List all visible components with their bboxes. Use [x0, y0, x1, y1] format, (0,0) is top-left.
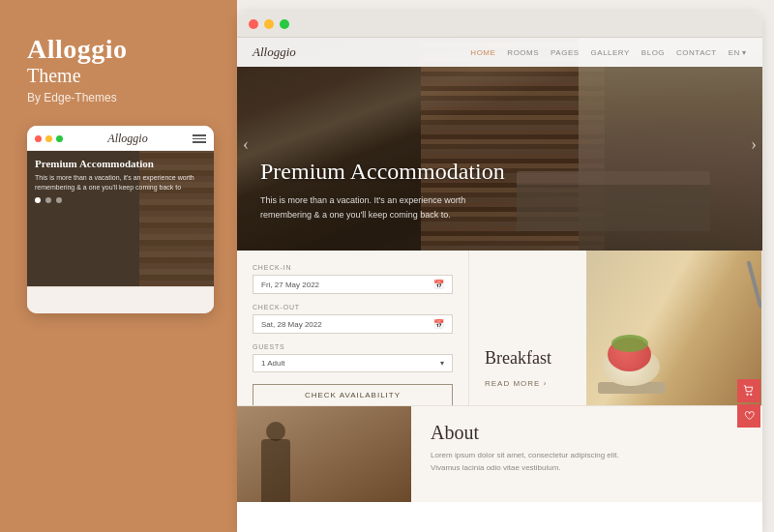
checkin-input[interactable]: Fri, 27 May 2022 📅 [253, 275, 453, 294]
floating-cart-button[interactable] [737, 379, 760, 402]
site-navigation: Alloggio HOME ROOMS PAGES GALLERY BLOG C… [237, 38, 762, 67]
chevron-down-icon: ▾ [440, 359, 444, 368]
svg-point-0 [746, 394, 748, 396]
nav-lang[interactable]: EN ▾ [729, 48, 747, 57]
checkin-label: CHECK-IN [253, 264, 453, 271]
mobile-hero-section: Premium Accommodation This is more than … [27, 151, 214, 286]
browser-toolbar [237, 12, 762, 38]
guests-label: GUESTS [253, 343, 453, 350]
breakfast-title: Breakfast [485, 348, 746, 369]
booking-feature-row: CHECK-IN Fri, 27 May 2022 📅 CHECK-OUT Sa… [237, 251, 762, 405]
hero-description: This is more than a vacation. It's an ex… [260, 193, 473, 222]
checkout-value: Sat, 28 May 2022 [261, 320, 322, 329]
about-section: About Lorem ipsum dolor sit amet, consec… [411, 406, 762, 502]
mobile-header: Alloggio [27, 126, 214, 151]
site-logo: Alloggio [253, 44, 296, 60]
mobile-hero-desc: This is more than a vacation, it's an ex… [35, 173, 206, 192]
mobile-mockup: Alloggio Premium Accommodation This is m… [27, 126, 214, 313]
mobile-dot-red [35, 135, 42, 142]
check-availability-button[interactable]: CHECK AVAILABILITY [253, 384, 453, 406]
calendar-icon: 📅 [433, 280, 444, 289]
floating-buttons-container [737, 379, 760, 428]
checkout-row: CHECK-OUT Sat, 28 May 2022 📅 [253, 304, 453, 334]
browser-dot-yellow[interactable] [264, 19, 274, 29]
site-hero-section: Alloggio HOME ROOMS PAGES GALLERY BLOG C… [237, 38, 762, 251]
mobile-hero-text: Premium Accommodation This is more than … [27, 151, 214, 209]
nav-contact[interactable]: CONTACT [676, 48, 717, 57]
mobile-window-controls [35, 135, 63, 142]
mobile-bottom-strip [27, 286, 214, 313]
bottom-image-block [237, 406, 411, 502]
theme-title-block: Alloggio Theme By Edge-Themes [27, 35, 214, 126]
nav-gallery[interactable]: GALLERY [591, 48, 630, 57]
nav-home[interactable]: HOME [470, 48, 495, 57]
checkout-label: CHECK-OUT [253, 304, 453, 310]
site-bottom-row: About Lorem ipsum dolor sit amet, consec… [237, 405, 762, 502]
theme-name-bold: Alloggio [27, 35, 214, 65]
mobile-slide-dots [35, 197, 206, 203]
mobile-hero-title: Premium Accommodation [35, 157, 206, 170]
booking-form: CHECK-IN Fri, 27 May 2022 📅 CHECK-OUT Sa… [237, 251, 469, 405]
svg-point-1 [750, 394, 752, 396]
breakfast-feature-card: Breakfast READ MORE [469, 251, 762, 405]
theme-name-light: Theme [27, 65, 214, 87]
hero-title: Premium Accommodation [260, 158, 505, 186]
nav-pages[interactable]: PAGES [551, 48, 579, 57]
hero-text-block: Premium Accommodation This is more than … [260, 158, 505, 222]
hero-prev-arrow[interactable]: ‹ [243, 134, 249, 155]
mobile-slide-dot-1[interactable] [35, 197, 41, 203]
mobile-site-logo: Alloggio [107, 132, 147, 146]
right-panel: Alloggio HOME ROOMS PAGES GALLERY BLOG C… [237, 0, 774, 532]
checkin-value: Fri, 27 May 2022 [261, 281, 319, 289]
nav-blog[interactable]: BLOG [641, 48, 665, 57]
checkout-input[interactable]: Sat, 28 May 2022 📅 [253, 314, 453, 334]
about-text: Lorem ipsum dolor sit amet, consectetur … [431, 450, 624, 475]
hero-next-arrow[interactable]: › [751, 134, 757, 155]
browser-window: Alloggio HOME ROOMS PAGES GALLERY BLOG C… [237, 12, 762, 532]
mobile-dot-yellow [45, 135, 52, 142]
browser-dot-red[interactable] [249, 19, 258, 29]
mobile-menu-icon[interactable] [193, 134, 206, 143]
about-title: About [431, 422, 743, 444]
calendar-icon-2: 📅 [433, 319, 444, 329]
mobile-slide-dot-3[interactable] [56, 197, 62, 203]
guests-select[interactable]: 1 Adult ▾ [253, 354, 453, 372]
nav-rooms[interactable]: ROOMS [507, 48, 539, 57]
breakfast-card-content: Breakfast READ MORE [485, 348, 746, 390]
floating-wishlist-button[interactable] [737, 404, 760, 428]
browser-dot-green[interactable] [280, 19, 289, 29]
checkin-row: CHECK-IN Fri, 27 May 2022 📅 [253, 264, 453, 294]
browser-content: Alloggio HOME ROOMS PAGES GALLERY BLOG C… [237, 38, 762, 532]
mobile-slide-dot-2[interactable] [45, 197, 51, 203]
guests-value: 1 Adult [261, 359, 284, 368]
left-panel: Alloggio Theme By Edge-Themes Alloggio P… [0, 0, 237, 532]
theme-author: By Edge-Themes [27, 91, 214, 104]
mobile-dot-green [56, 135, 63, 142]
guests-row: GUESTS 1 Adult ▾ [253, 343, 453, 372]
breakfast-read-more-link[interactable]: READ MORE [485, 379, 547, 388]
site-nav-links: HOME ROOMS PAGES GALLERY BLOG CONTACT EN… [470, 48, 747, 57]
